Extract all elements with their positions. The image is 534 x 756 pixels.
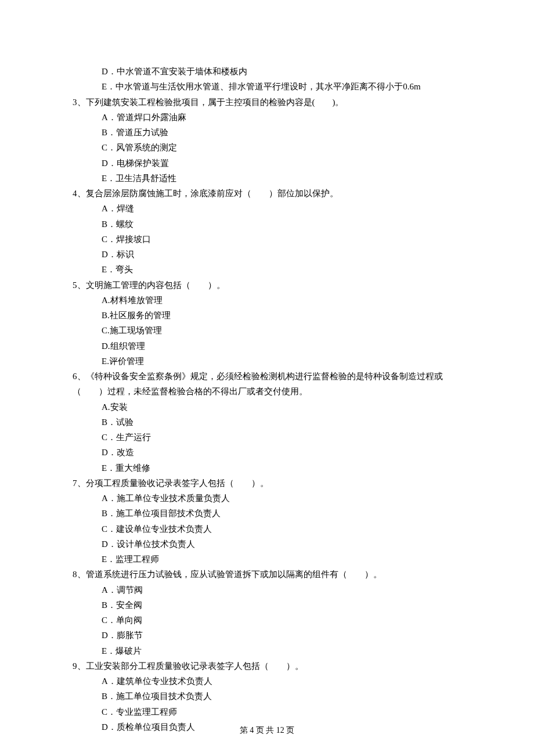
question-option: C．风管系统的测定	[73, 140, 461, 155]
page-footer: 第 4 页 共 12 页	[0, 723, 534, 738]
question-option: D．标识	[73, 247, 461, 262]
question-option: D．改造	[73, 445, 461, 460]
question-option: A．焊缝	[73, 201, 461, 216]
question-option: D．膨胀节	[73, 628, 461, 643]
document-body: D．中水管道不宜安装于墙体和楼板内 E．中水管道与生活饮用水管道、排水管道平行埋…	[73, 64, 461, 735]
question-option: D.组织管理	[73, 339, 461, 354]
question-option: A．调节阀	[73, 582, 461, 597]
question-option: C．建设单位专业技术负责人	[73, 521, 461, 537]
question-option: B．管道压力试验	[73, 125, 461, 140]
question-option: B．施工单位项目技术负责人	[73, 689, 461, 704]
question-option: E．卫生洁具舒适性	[73, 171, 461, 186]
question-option: A.安装	[73, 399, 461, 415]
question-stem: 3、下列建筑安装工程检验批项目，属于主控项目的检验内容是( )。	[73, 95, 461, 110]
continuation-option: D．中水管道不宜安装于墙体和楼板内	[73, 64, 461, 79]
question-option: B．试验	[73, 415, 461, 430]
question-option: C.施工现场管理	[73, 323, 461, 338]
question-stem: 6、《特种设备安全监察条例》规定，必须经检验检测机构进行监督检验的是特种设备制造…	[73, 369, 461, 399]
question-option: A．管道焊口外露油麻	[73, 110, 461, 125]
question-option: E．弯头	[73, 262, 461, 277]
question-option: D．设计单位技术负责人	[73, 537, 461, 552]
question-stem: 7、分项工程质量验收记录表签字人包括（ ）。	[73, 476, 461, 491]
question-option: D．电梯保护装置	[73, 156, 461, 171]
question-option: E．重大维修	[73, 460, 461, 476]
question-option: A．建筑单位专业技术负责人	[73, 674, 461, 689]
question-option: B．施工单位项目部技术负责人	[73, 506, 461, 521]
question-option: E．爆破片	[73, 643, 461, 658]
continuation-option: E．中水管道与生活饮用水管道、排水管道平行埋设时，其水平净距离不得小于0.6m	[73, 79, 461, 94]
question-stem: 5、文明施工管理的内容包括（ ）。	[73, 278, 461, 293]
question-option: A.材料堆放管理	[73, 293, 461, 308]
question-stem: 9、工业安装部分工程质量验收记录表签字人包括（ ）。	[73, 658, 461, 674]
question-option: C．生产运行	[73, 430, 461, 445]
question-option: E．监理工程师	[73, 552, 461, 567]
question-option: E.评价管理	[73, 354, 461, 369]
question-option: C．专业监理工程师	[73, 704, 461, 719]
question-option: C．单向阀	[73, 613, 461, 628]
question-option: A．施工单位专业技术质量负责人	[73, 491, 461, 506]
question-stem: 4、复合层涂层防腐蚀施工时，涂底漆前应对（ ）部位加以保护。	[73, 186, 461, 201]
question-option: B.社区服务的管理	[73, 308, 461, 323]
question-option: B．螺纹	[73, 217, 461, 232]
question-stem: 8、管道系统进行压力试验钱，应从试验管道拆下或加以隔离的组件有（ ）。	[73, 567, 461, 582]
question-option: B．安全阀	[73, 597, 461, 613]
question-option: C．焊接坡口	[73, 232, 461, 247]
